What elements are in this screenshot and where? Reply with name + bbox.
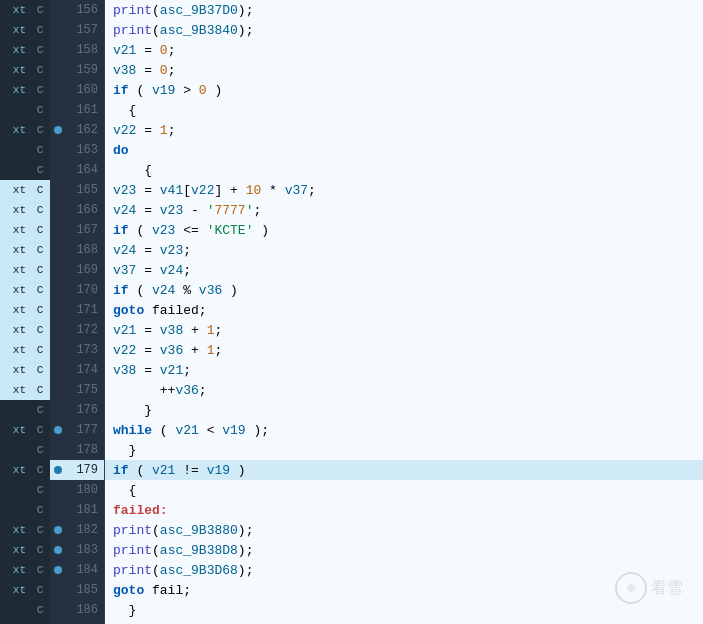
left-gutter-cell: xt: [0, 180, 30, 200]
breakpoint-dot[interactable]: [54, 126, 62, 134]
code-line: v21 = 0;: [105, 40, 703, 60]
second-gutter-cell: C: [30, 360, 50, 380]
second-gutter-cell: C: [30, 120, 50, 140]
left-gutter-cell: [0, 500, 30, 520]
line-number-text: 167: [76, 223, 98, 237]
code-area[interactable]: print(asc_9B37D0); print(asc_9B3840); v2…: [105, 0, 703, 624]
line-number-cell: 183: [50, 540, 104, 560]
line-number-cell: 186: [50, 600, 104, 620]
line-number-text: 158: [76, 43, 98, 57]
editor-container: xtxtxtxtxtxtxtxtxtxtxtxtxtxtxtxtxtxtxtxt…: [0, 0, 703, 624]
line-number-text: 179: [76, 463, 98, 477]
line-number-cell: 164: [50, 160, 104, 180]
line-number-cell: 162: [50, 120, 104, 140]
line-number-cell: 178: [50, 440, 104, 460]
left-gutter-cell: xt: [0, 420, 30, 440]
code-line: if ( v24 % v36 ): [105, 280, 703, 300]
second-gutter-cell: C: [30, 480, 50, 500]
line-number-cell: 185: [50, 580, 104, 600]
line-number-text: 159: [76, 63, 98, 77]
left-gutter-cell: [0, 160, 30, 180]
line-number-text: 174: [76, 363, 98, 377]
line-number-text: 181: [76, 503, 98, 517]
line-number-text: 176: [76, 403, 98, 417]
code-line: if ( v21 != v19 ): [105, 460, 703, 480]
breakpoint-dot[interactable]: [54, 466, 62, 474]
line-number-text: 163: [76, 143, 98, 157]
line-number-text: 168: [76, 243, 98, 257]
code-line: }: [105, 440, 703, 460]
second-gutter-cell: C: [30, 460, 50, 480]
code-line: failed:: [105, 500, 703, 520]
breakpoint-dot[interactable]: [54, 566, 62, 574]
line-number-cell: 182: [50, 520, 104, 540]
line-number-cell: 175: [50, 380, 104, 400]
code-line: v23 = v41[v22] + 10 * v37;: [105, 180, 703, 200]
line-number-text: 165: [76, 183, 98, 197]
line-number-cell: 177: [50, 420, 104, 440]
line-number-text: 164: [76, 163, 98, 177]
code-line: print(asc_9B3880);: [105, 520, 703, 540]
code-line: v22 = 1;: [105, 120, 703, 140]
second-gutter-cell: C: [30, 240, 50, 260]
left-gutter-cell: [0, 440, 30, 460]
line-number-text: 161: [76, 103, 98, 117]
left-gutter-cell: [0, 400, 30, 420]
left-gutter-cell: [0, 100, 30, 120]
line-number-cell: 169: [50, 260, 104, 280]
line-number-cell: 184: [50, 560, 104, 580]
left-gutter-cell: xt: [0, 380, 30, 400]
second-gutter-cell: C: [30, 200, 50, 220]
left-gutter-cell: xt: [0, 340, 30, 360]
second-gutter-cell: C: [30, 600, 50, 620]
second-gutter-cell: C: [30, 40, 50, 60]
code-line: {: [105, 480, 703, 500]
second-gutter-cell: C: [30, 340, 50, 360]
left-gutter-cell: xt: [0, 40, 30, 60]
line-number-text: 180: [76, 483, 98, 497]
line-number-cell: 158: [50, 40, 104, 60]
code-line: print(asc_9B37D0);: [105, 0, 703, 20]
line-number-cell: 176: [50, 400, 104, 420]
line-number-cell: 159: [50, 60, 104, 80]
left-gutter-cell: xt: [0, 520, 30, 540]
code-line: v22 = v36 + 1;: [105, 340, 703, 360]
line-number-text: 156: [76, 3, 98, 17]
line-number-text: 172: [76, 323, 98, 337]
line-number-text: 175: [76, 383, 98, 397]
line-number-text: 183: [76, 543, 98, 557]
line-numbers: 1561571581591601611621631641651661671681…: [50, 0, 105, 624]
code-line: goto failed;: [105, 300, 703, 320]
second-gutter-cell: C: [30, 140, 50, 160]
left-gutter-cell: xt: [0, 460, 30, 480]
line-number-cell: 165: [50, 180, 104, 200]
left-gutter: xtxtxtxtxtxtxtxtxtxtxtxtxtxtxtxtxtxtxtxt…: [0, 0, 30, 624]
breakpoint-dot[interactable]: [54, 526, 62, 534]
line-number-cell: 166: [50, 200, 104, 220]
left-gutter-cell: xt: [0, 240, 30, 260]
line-number-text: 169: [76, 263, 98, 277]
code-line: v37 = v24;: [105, 260, 703, 280]
left-gutter-cell: xt: [0, 20, 30, 40]
left-gutter-cell: xt: [0, 120, 30, 140]
code-line: ++v36;: [105, 380, 703, 400]
line-number-text: 185: [76, 583, 98, 597]
second-gutter-cell: C: [30, 280, 50, 300]
breakpoint-dot[interactable]: [54, 546, 62, 554]
line-number-cell: 170: [50, 280, 104, 300]
second-gutter-cell: C: [30, 520, 50, 540]
second-gutter-cell: C: [30, 440, 50, 460]
line-number-cell: 167: [50, 220, 104, 240]
second-gutter-cell: C: [30, 60, 50, 80]
second-gutter-cell: C: [30, 320, 50, 340]
line-number-text: 157: [76, 23, 98, 37]
line-number-cell: 168: [50, 240, 104, 260]
code-line: v21 = v38 + 1;: [105, 320, 703, 340]
line-number-text: 184: [76, 563, 98, 577]
line-number-text: 177: [76, 423, 98, 437]
second-gutter-cell: C: [30, 100, 50, 120]
breakpoint-dot[interactable]: [54, 426, 62, 434]
code-line: v24 = v23 - '7777';: [105, 200, 703, 220]
line-number-text: 162: [76, 123, 98, 137]
line-number-cell: 161: [50, 100, 104, 120]
